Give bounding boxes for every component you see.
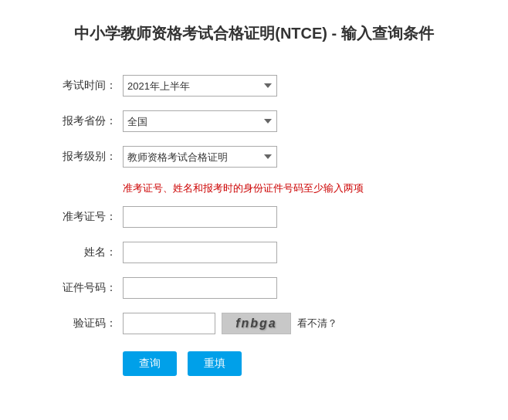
captcha-image[interactable]: fnbga: [222, 313, 291, 334]
id-number-input[interactable]: [123, 277, 277, 299]
form-section: 考试时间 2021年上半年 2021年下半年 2020年上半年 报考省份 全国 …: [53, 75, 455, 376]
province-label: 报考省份: [53, 114, 123, 128]
button-row: 查询 重填: [53, 351, 455, 376]
captcha-control: fnbga 看不清？: [123, 313, 455, 334]
error-message: 准考证号、姓名和报考时的身份证件号码至少输入两项: [53, 181, 455, 195]
exam-number-control: [123, 206, 455, 228]
exam-time-label: 考试时间: [53, 79, 123, 93]
page-title: 中小学教师资格考试合格证明(NTCE) - 输入查询条件: [23, 15, 485, 52]
name-row: 姓名: [53, 242, 455, 263]
exam-time-row: 考试时间 2021年上半年 2021年下半年 2020年上半年: [53, 75, 455, 97]
exam-number-row: 准考证号: [53, 206, 455, 228]
page-wrapper: 中小学教师资格考试合格证明(NTCE) - 输入查询条件 考试时间 2021年上…: [0, 0, 508, 420]
id-number-control: [123, 277, 455, 299]
level-row: 报考级别 教师资格考试合格证明: [53, 146, 455, 168]
reset-button[interactable]: 重填: [188, 351, 242, 376]
id-number-label: 证件号码: [53, 281, 123, 295]
province-row: 报考省份 全国: [53, 110, 455, 132]
level-label: 报考级别: [53, 150, 123, 164]
exam-time-control: 2021年上半年 2021年下半年 2020年上半年: [123, 75, 455, 97]
captcha-row: 验证码 fnbga 看不清？: [53, 313, 455, 334]
exam-time-select[interactable]: 2021年上半年 2021年下半年 2020年上半年: [123, 75, 277, 97]
captcha-label: 验证码: [53, 317, 123, 330]
exam-number-label: 准考证号: [53, 210, 123, 224]
captcha-input[interactable]: [123, 313, 215, 334]
captcha-refresh[interactable]: 看不清？: [297, 317, 337, 330]
level-select[interactable]: 教师资格考试合格证明: [123, 146, 277, 168]
name-control: [123, 242, 455, 263]
level-control: 教师资格考试合格证明: [123, 146, 455, 168]
name-label: 姓名: [53, 246, 123, 259]
province-select[interactable]: 全国: [123, 110, 277, 132]
name-input[interactable]: [123, 242, 277, 263]
exam-number-input[interactable]: [123, 206, 277, 228]
query-button[interactable]: 查询: [123, 351, 177, 376]
province-control: 全国: [123, 110, 455, 132]
id-number-row: 证件号码: [53, 277, 455, 299]
